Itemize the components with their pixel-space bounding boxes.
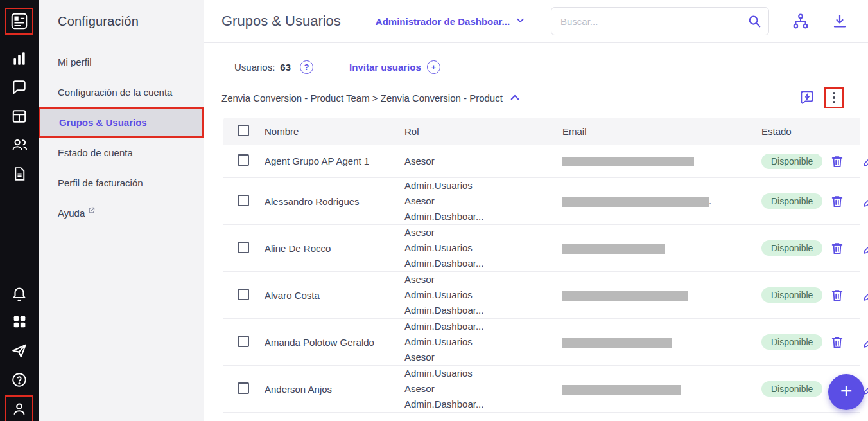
- email-redaction-bar: [562, 291, 688, 301]
- table-body: Agent Grupo AP Agent 1 Asesor Disponible: [223, 145, 860, 413]
- user-roles: Admin.UsuariosAsesorAdmin.Dashboar...: [404, 178, 562, 224]
- invite-users-button[interactable]: Invitar usuarios +: [349, 60, 440, 74]
- email-suffix: .: [709, 195, 711, 206]
- sidebar-title: Configuración: [39, 14, 204, 29]
- chevron-up-icon[interactable]: [509, 92, 521, 103]
- row-checkbox[interactable]: [238, 336, 249, 347]
- user-roles: Admin.Dashboar...Admin.UsuariosAsesor: [404, 319, 562, 365]
- app-window: Configuración Mi perfil Configuración de…: [0, 0, 868, 421]
- send-icon[interactable]: [0, 336, 39, 365]
- add-user-fab[interactable]: +: [828, 374, 864, 410]
- feedback-icon[interactable]: [799, 89, 815, 106]
- users-help-icon[interactable]: ?: [300, 60, 313, 74]
- trash-icon[interactable]: [830, 288, 844, 302]
- user-name: Alvaro Costa: [265, 290, 404, 301]
- column-header-nombre: Nombre: [265, 126, 404, 137]
- column-header-email: Email: [562, 126, 752, 137]
- sidebar-item-label: Grupos & Usuarios: [59, 117, 147, 128]
- kebab-menu-icon[interactable]: [824, 87, 844, 108]
- pencil-icon[interactable]: [862, 336, 868, 349]
- users-group-icon[interactable]: [0, 130, 39, 159]
- search-input[interactable]: [551, 7, 769, 35]
- user-email: [562, 156, 752, 167]
- download-icon[interactable]: [832, 13, 847, 29]
- row-checkbox[interactable]: [238, 195, 249, 206]
- column-header-estado: Estado: [752, 126, 860, 137]
- profile-icon[interactable]: [11, 400, 28, 417]
- email-redaction-bar: [562, 157, 694, 166]
- row-checkbox[interactable]: [238, 289, 249, 300]
- invite-plus-icon: +: [427, 60, 440, 74]
- sidebar-item-estado-de-cuenta[interactable]: Estado de cuenta: [39, 138, 204, 168]
- status-badge: Disponible: [761, 334, 822, 350]
- trash-icon[interactable]: [830, 241, 844, 255]
- sidebar-item-label: Mi perfil: [58, 57, 92, 67]
- bell-icon[interactable]: [0, 278, 39, 307]
- sidebar-item-ayuda[interactable]: Ayuda: [39, 198, 204, 228]
- help-icon[interactable]: [0, 365, 39, 394]
- select-all-checkbox[interactable]: [238, 125, 249, 136]
- main-area: Grupos & Usuarios Administrador de Dashb…: [204, 0, 868, 421]
- row-actions: Disponible: [752, 154, 868, 169]
- table-row: Amanda Polotow Geraldo Admin.Dashboar...…: [223, 319, 860, 366]
- sidebar-item-perfil-de-facturaci-n[interactable]: Perfil de facturación: [39, 168, 204, 198]
- pencil-icon[interactable]: [862, 242, 868, 255]
- sidebar-item-label: Estado de cuenta: [58, 147, 133, 158]
- user-email: [562, 289, 752, 301]
- data-table-icon[interactable]: [0, 102, 39, 130]
- bar-chart-icon[interactable]: [0, 44, 39, 73]
- row-actions: Disponible: [752, 334, 868, 350]
- zenvia-logo[interactable]: [10, 12, 29, 31]
- page-header: Grupos & Usuarios Administrador de Dashb…: [204, 0, 868, 43]
- row-checkbox[interactable]: [238, 242, 249, 253]
- email-redaction-bar: [562, 338, 672, 348]
- user-name: Aline De Rocco: [265, 243, 404, 254]
- user-roles: Admin.UsuariosAsesorAdmin.Dashboar...: [404, 366, 562, 412]
- sidebar-menu: Mi perfil Configuración de la cuenta Gru…: [39, 47, 204, 228]
- trash-icon[interactable]: [830, 335, 844, 349]
- table-row: Agent Grupo AP Agent 1 Asesor Disponible: [223, 145, 860, 178]
- chevron-down-icon: [516, 15, 525, 27]
- settings-sidebar: Configuración Mi perfil Configuración de…: [39, 0, 204, 421]
- table-row: Alvaro Costa AsesorAdmin.UsuariosAdmin.D…: [223, 272, 860, 319]
- sidebar-item-label: Perfil de facturación: [58, 177, 143, 188]
- org-chart-icon[interactable]: [792, 13, 809, 30]
- page-title: Grupos & Usuarios: [221, 13, 341, 30]
- sidebar-item-mi-perfil[interactable]: Mi perfil: [39, 47, 204, 77]
- user-roles: Asesor: [404, 154, 562, 169]
- column-header-rol: Rol: [404, 126, 562, 137]
- trash-icon[interactable]: [830, 194, 844, 208]
- chat-icon[interactable]: [0, 73, 39, 102]
- breadcrumb-actions: [799, 87, 844, 108]
- sidebar-item-configuraci-n-de-la-cuenta[interactable]: Configuración de la cuenta: [39, 77, 204, 107]
- table-row: Alessandro Rodrigues Admin.UsuariosAseso…: [223, 178, 860, 225]
- document-icon[interactable]: [0, 159, 39, 188]
- table-row: Aline De Rocco AsesorAdmin.UsuariosAdmin…: [223, 225, 860, 272]
- role-selector[interactable]: Administrador de Dashboar...: [376, 15, 525, 27]
- users-label: Usuarios:: [234, 62, 275, 73]
- profile-annotation: [5, 395, 33, 421]
- status-badge: Disponible: [761, 381, 822, 397]
- email-redaction-bar: [562, 244, 665, 254]
- user-email: [562, 383, 752, 395]
- search-icon[interactable]: [743, 10, 765, 32]
- pencil-icon[interactable]: [862, 154, 868, 168]
- pencil-icon[interactable]: [862, 289, 868, 302]
- user-name: Amanda Polotow Geraldo: [265, 337, 404, 348]
- pencil-icon[interactable]: [862, 195, 868, 208]
- user-name: Anderson Anjos: [265, 384, 404, 395]
- breadcrumb: Zenvia Conversion - Product Team > Zenvi…: [221, 93, 503, 103]
- apps-grid-icon[interactable]: [0, 307, 39, 336]
- invite-users-label: Invitar usuarios: [349, 62, 421, 73]
- row-checkbox[interactable]: [238, 154, 249, 166]
- sidebar-item-label: Ayuda: [58, 208, 85, 219]
- sidebar-item-grupos-usuarios[interactable]: Grupos & Usuarios: [39, 107, 204, 138]
- row-checkbox[interactable]: [238, 382, 249, 394]
- user-email: [562, 336, 752, 348]
- external-link-icon: [88, 205, 95, 216]
- user-name: Alessandro Rodrigues: [265, 196, 404, 207]
- sidebar-item-label: Configuración de la cuenta: [58, 87, 172, 98]
- content-area: Usuarios: 63 ? Invitar usuarios + Zenvia…: [204, 43, 868, 421]
- user-email: .: [562, 195, 752, 207]
- trash-icon[interactable]: [830, 154, 844, 168]
